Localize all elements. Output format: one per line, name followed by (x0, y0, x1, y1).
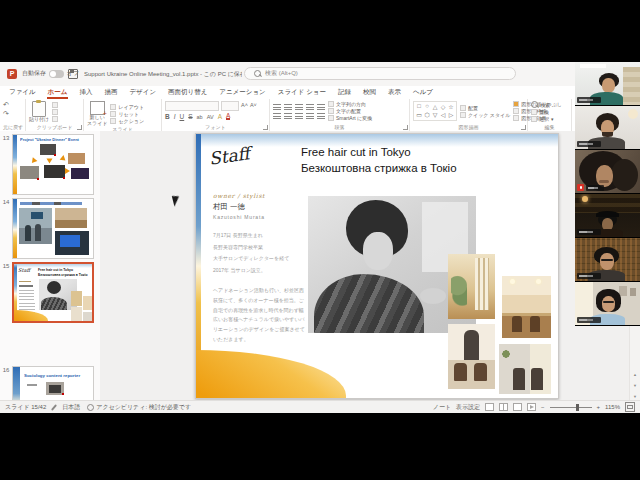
text-shadow-button[interactable]: ab (197, 114, 203, 120)
paragraph-dialog-launcher[interactable] (403, 125, 408, 130)
align-text-button[interactable]: 文字の配置 (328, 108, 372, 114)
bold-button[interactable]: B (165, 113, 170, 120)
editor-canvas[interactable]: Staff owner / stylist 村田 一徳 Kazutoshi Mu… (100, 131, 640, 400)
tab-file[interactable]: ファイル (8, 88, 37, 99)
previous-slide-button[interactable]: ▲ (630, 372, 640, 377)
font-dialog-launcher[interactable] (263, 125, 268, 130)
columns-icon[interactable] (317, 113, 325, 119)
zoom-level[interactable]: 115% (605, 404, 620, 410)
zoom-in-button[interactable]: + (597, 404, 601, 410)
zoom-slider[interactable] (550, 407, 592, 408)
save-icon[interactable] (68, 69, 78, 79)
indent-decrease-icon[interactable] (295, 104, 303, 110)
glasses (603, 301, 614, 303)
tab-home[interactable]: ホーム (47, 88, 69, 99)
notes-button[interactable]: ノート (433, 403, 451, 412)
align-left-icon[interactable] (273, 113, 281, 119)
language-indicator[interactable]: 日本語 (62, 403, 80, 412)
drawing-dialog-launcher[interactable] (521, 125, 526, 130)
new-slide-icon (90, 101, 105, 115)
tab-record[interactable]: 記録 (337, 88, 352, 99)
format-painter-icon[interactable] (52, 116, 58, 122)
highlight-button[interactable]: A (218, 113, 222, 120)
bullets-icon[interactable] (273, 104, 281, 110)
ribbon-group-paragraph: 文字列の方向 文字の配置 SmartArt に変換 段落 (270, 99, 410, 131)
participant-video-3[interactable] (575, 150, 640, 194)
numbering-icon[interactable] (284, 104, 292, 110)
autosave-toggle[interactable] (49, 70, 64, 78)
line-spacing-icon[interactable] (317, 104, 325, 110)
next-slide-button[interactable]: ▼ (630, 383, 640, 388)
tab-draw[interactable]: 描画 (103, 88, 118, 99)
align-right-icon[interactable] (295, 113, 303, 119)
grow-font-icon[interactable]: A˄ (241, 103, 248, 109)
convert-smartart-button[interactable]: SmartArt に変換 (328, 115, 372, 121)
tab-insert[interactable]: 挿入 (78, 88, 93, 99)
reset-button[interactable]: リセット (110, 111, 144, 117)
slide-sorter-view-button[interactable] (499, 403, 508, 411)
tab-animations[interactable]: アニメーション (218, 88, 266, 99)
indent-increase-icon[interactable] (306, 104, 314, 110)
current-slide[interactable]: Staff owner / stylist 村田 一徳 Kazutoshi Mu… (195, 133, 559, 399)
italic-button[interactable]: I (174, 113, 176, 120)
slide-number: 16 (0, 366, 12, 400)
ribbon-group-drawing: □○△◇☆ ▭⬡▽◁▷ 配置 クイック スタイル 図形の塗りつぶし 図形の枠線 … (410, 99, 528, 131)
paste-button[interactable]: 貼り付け (29, 101, 49, 123)
select-button[interactable]: 選択 ▾ (531, 116, 568, 122)
underline-button[interactable]: U (180, 113, 185, 120)
slideshow-button[interactable] (527, 403, 536, 411)
thumb13-title: Project "Ukraine Dinner" Event (20, 137, 92, 142)
reading-view-button[interactable] (513, 403, 522, 411)
copy-icon[interactable] (52, 109, 58, 115)
justify-icon[interactable] (306, 113, 314, 119)
font-color-button[interactable]: A (226, 113, 230, 120)
new-slide-button[interactable]: 新しい スライド (87, 101, 107, 126)
replace-button[interactable]: 置換 (531, 109, 568, 115)
participant-video-1[interactable] (575, 62, 640, 106)
slide-thumbnail-15-selected[interactable]: Staff Free hair cut in TokyoБезкоштовна … (12, 262, 94, 323)
accessibility-status[interactable]: アクセシビリティ: 検討が必要です (87, 403, 191, 412)
quick-styles-button[interactable]: クイック スタイル (460, 112, 510, 118)
tab-review[interactable]: 校閲 (362, 88, 377, 99)
cut-icon[interactable] (52, 102, 58, 108)
normal-view-button[interactable] (485, 403, 494, 411)
tab-help[interactable]: ヘルプ (412, 88, 434, 99)
shapes-gallery[interactable]: □○△◇☆ ▭⬡▽◁▷ (413, 101, 457, 121)
search-box[interactable]: 検索 (Alt+Q) (244, 67, 516, 80)
layout-button[interactable]: レイアウト (110, 104, 144, 110)
participant-video-4[interactable] (575, 194, 640, 238)
zoom-slider-knob[interactable] (576, 404, 579, 411)
tab-transitions[interactable]: 画面切り替え (167, 88, 208, 99)
paragraph-group-label: 段落 (273, 124, 406, 130)
participant-video-6[interactable] (575, 282, 640, 326)
display-settings-button[interactable]: 表示設定 (456, 403, 480, 412)
participant-video-5[interactable] (575, 238, 640, 282)
text-direction-button[interactable]: 文字列の方向 (328, 101, 372, 107)
tab-slideshow[interactable]: スライド ショー (277, 88, 327, 99)
stylist-name-ja: 村田 一徳 (213, 202, 245, 212)
find-button[interactable]: 検索 (531, 101, 568, 108)
tab-design[interactable]: デザイン (128, 88, 157, 99)
char-spacing-button[interactable]: AV (207, 114, 214, 120)
slide-thumbnail-16[interactable]: Sociology content reporter (12, 366, 94, 400)
ribbon-group-font: A˄ A˅ B I U S ab AV A A フォント (162, 99, 270, 131)
screen: P 自動保存 オフ Support Ukraine Online Meeting… (0, 0, 640, 480)
align-center-icon[interactable] (284, 113, 292, 119)
section-button[interactable]: セクション (110, 118, 144, 124)
font-name-box[interactable] (165, 101, 219, 111)
shrink-font-icon[interactable]: A˅ (250, 103, 257, 109)
undo-icon[interactable]: ↶ (3, 101, 22, 108)
scroll-down-arrow[interactable]: ▼ (630, 394, 640, 399)
arrange-button[interactable]: 配置 (460, 105, 510, 111)
participant-video-2[interactable] (575, 106, 640, 150)
slide-thumbnail-14[interactable] (12, 198, 94, 259)
zoom-out-button[interactable]: − (541, 404, 545, 410)
redo-icon[interactable]: ↷ (3, 110, 22, 117)
clipboard-dialog-launcher[interactable] (77, 125, 82, 130)
slide-thumbnail-13[interactable]: Project "Ukraine Dinner" Event (12, 134, 94, 195)
font-size-box[interactable] (221, 101, 239, 111)
tab-view[interactable]: 表示 (387, 88, 402, 99)
stylist-bio-block1: 7月17日 長野県生まれ 長野美容専門学校卒業 大手サロンでディレクターを経て … (213, 230, 289, 276)
fit-to-window-button[interactable] (625, 402, 635, 412)
strikethrough-button[interactable]: S (188, 113, 192, 120)
